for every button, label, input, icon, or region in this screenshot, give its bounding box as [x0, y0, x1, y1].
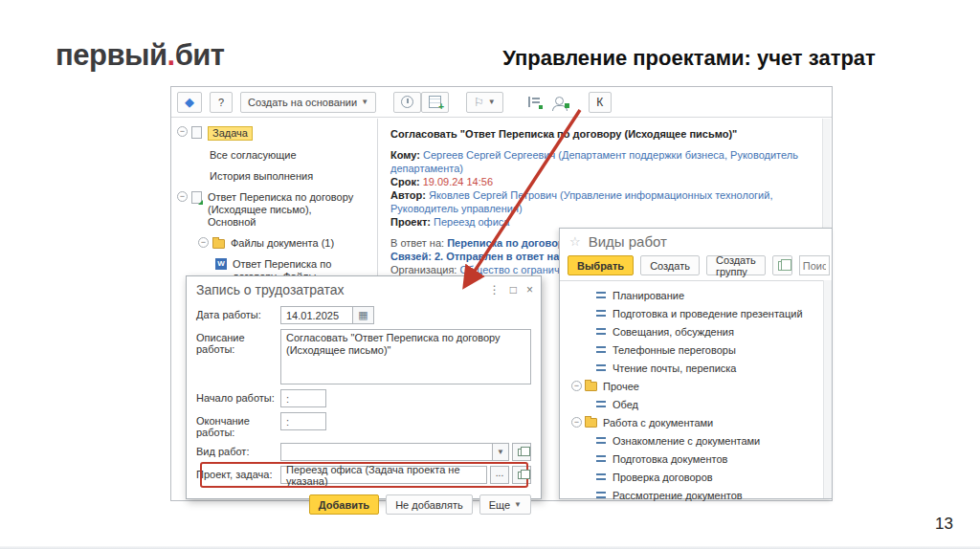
collapse-icon[interactable]: −	[198, 237, 209, 248]
diamond-icon: ◆	[185, 95, 194, 109]
tree-item-history[interactable]: История выполнения	[210, 170, 377, 183]
worktype-item-icon	[596, 473, 606, 480]
labor-report-icon	[429, 96, 441, 108]
select-button[interactable]: Выбрать	[568, 255, 634, 275]
worktype-group-row[interactable]: − Прочее	[560, 377, 832, 395]
worktype-input[interactable]	[280, 443, 493, 461]
task-structure-button[interactable]	[521, 92, 547, 113]
tree-item-reply-letter[interactable]: − Ответ Переписка по договору (Исходящее…	[177, 191, 377, 229]
calendar-button[interactable]: ▦	[353, 306, 374, 324]
worktype-item-icon	[596, 492, 606, 498]
labor-record-button[interactable]	[421, 92, 449, 113]
project-open-button[interactable]	[512, 466, 531, 484]
document-to-line: Кому: Сергеев Сергей Сергеевич (Департам…	[390, 148, 820, 175]
project-select-button[interactable]: ...	[490, 466, 509, 484]
tree-item-task[interactable]: − Задача	[177, 126, 377, 141]
worktype-row[interactable]: Рассмотрение документов	[560, 486, 832, 504]
add-performer-button[interactable]	[547, 92, 571, 113]
help-icon: ?	[218, 97, 224, 108]
star-icon[interactable]: ☆	[569, 234, 581, 249]
worktype-item-icon	[596, 437, 606, 444]
worktype-item-icon	[596, 455, 606, 462]
kebab-menu-icon[interactable]: ⋮	[489, 283, 501, 296]
k-label: К	[596, 96, 603, 109]
search-input[interactable]	[799, 255, 830, 275]
worktype-dropdown-button[interactable]: ▼	[493, 443, 509, 461]
collapse-icon[interactable]: −	[177, 126, 188, 137]
create-group-button[interactable]: Создать группу	[706, 255, 766, 275]
create-button-label: Создать	[650, 260, 690, 272]
collapse-icon[interactable]: −	[177, 191, 188, 202]
timesheet-button[interactable]	[393, 92, 421, 113]
folder-icon	[585, 418, 597, 428]
worktype-row[interactable]: Обед	[560, 395, 832, 413]
worktype-group-row[interactable]: − Работа с документами	[560, 413, 832, 431]
document-due-line: Срок: 19.09.24 14:56	[390, 175, 820, 188]
person-plus-icon	[555, 97, 564, 105]
date-label: Дата работы:	[196, 306, 280, 320]
flag-button[interactable]: ⚐ ▼	[466, 92, 503, 113]
worktype-field-row: Вид работ: ▼	[196, 443, 531, 461]
labor-record-dialog: Запись о трудозатратах ⋮ □ × Дата работы…	[186, 275, 542, 499]
to-value-link[interactable]: Сергеев Сергей Сергеевич (Департамент по…	[390, 149, 798, 174]
folder-icon	[212, 239, 225, 249]
worktypes-list: Планирование Подготовка и проведение пре…	[560, 281, 832, 504]
help-button[interactable]: ?	[210, 92, 233, 113]
add-button[interactable]: Добавить	[309, 494, 379, 515]
create-based-on-label: Создать на основании	[248, 97, 357, 108]
worktype-row[interactable]: Подготовка документов	[560, 450, 832, 468]
due-value: 19.09.24 14:56	[423, 176, 493, 187]
collapse-icon[interactable]: −	[571, 381, 582, 391]
create-button[interactable]: Создать	[640, 255, 700, 275]
worktype-row[interactable]: Подготовка и проведение презентаций	[560, 304, 832, 322]
author-value-link[interactable]: Яковлев Сергей Петрович (Управление инфо…	[390, 189, 772, 214]
task-icon	[191, 126, 202, 139]
company-logo: первый.бит	[56, 38, 225, 73]
document-author-line: Автор: Яковлев Сергей Петрович (Управлен…	[390, 188, 820, 215]
worktype-row[interactable]: Проверка договоров	[560, 468, 832, 486]
project-value-link[interactable]: Переезд офиса	[434, 216, 509, 228]
copy-button[interactable]	[772, 255, 792, 275]
tree-item-label: Файлы документа (1)	[231, 237, 334, 250]
worktype-label: Подготовка документов	[612, 453, 727, 465]
project-input[interactable]: Переезд офиса (Задача проекта не указана…	[280, 466, 487, 484]
tree-item-approvers[interactable]: Все согласующие	[210, 149, 377, 162]
project-label: Проект:	[390, 216, 431, 228]
date-input[interactable]: 14.01.2025	[280, 306, 353, 324]
worktype-label: Чтение почты, переписка	[612, 362, 736, 374]
tree-item-document-files[interactable]: − Файлы документа (1)	[198, 237, 377, 250]
worktypes-window: ☆ Виды работ Выбрать Создать Создать гру…	[559, 228, 833, 499]
worktype-label: Телефонные переговоры	[612, 344, 736, 356]
logo-text-second: бит	[175, 38, 225, 72]
k-button[interactable]: К	[589, 92, 612, 113]
end-time-input[interactable]: :	[280, 412, 326, 430]
project-field-row: Проект, задача: Переезд офиса (Задача пр…	[196, 466, 531, 484]
worktype-row[interactable]: Ознакомление с документами	[560, 431, 832, 450]
worktype-row[interactable]: Совещания, обсуждения	[560, 322, 832, 340]
project-value: Переезд офиса (Задача проекта не указана…	[286, 464, 481, 487]
navigate-button[interactable]: ◆	[177, 92, 202, 113]
worktype-row[interactable]: Телефонные переговоры	[560, 340, 832, 359]
chevron-down-icon: ▼	[361, 98, 368, 106]
create-based-on-button[interactable]: Создать на основании ▼	[240, 92, 376, 113]
skip-button[interactable]: Не добавлять	[386, 494, 473, 515]
worktype-row[interactable]: Планирование	[560, 286, 832, 304]
description-label: Описание работы:	[196, 329, 280, 355]
close-icon[interactable]: ×	[526, 283, 533, 296]
description-textarea[interactable]: Согласовать "Ответ Переписка по договору…	[280, 329, 531, 384]
collapse-icon[interactable]: −	[571, 417, 582, 428]
reply-value-link[interactable]: Переписка по договору	[447, 237, 569, 249]
start-time-label: Начало работы:	[196, 389, 280, 404]
tree-item-label: Все согласующие	[210, 149, 297, 162]
more-button[interactable]: Еще ▼	[479, 494, 531, 515]
worktypes-scrollbar[interactable]	[823, 280, 832, 498]
maximize-icon[interactable]: □	[510, 283, 517, 296]
worktype-row[interactable]: Чтение почты, переписка	[560, 359, 832, 377]
worktype-open-button[interactable]	[512, 443, 531, 461]
start-time-input[interactable]: :	[280, 389, 326, 407]
worktype-label: Работа с документами	[603, 417, 713, 428]
more-button-label: Еще	[489, 499, 510, 511]
description-row: Описание работы: Согласовать "Ответ Пере…	[196, 329, 531, 384]
clock-icon	[401, 96, 413, 108]
end-time-row: Окончание работы: :	[196, 412, 531, 438]
